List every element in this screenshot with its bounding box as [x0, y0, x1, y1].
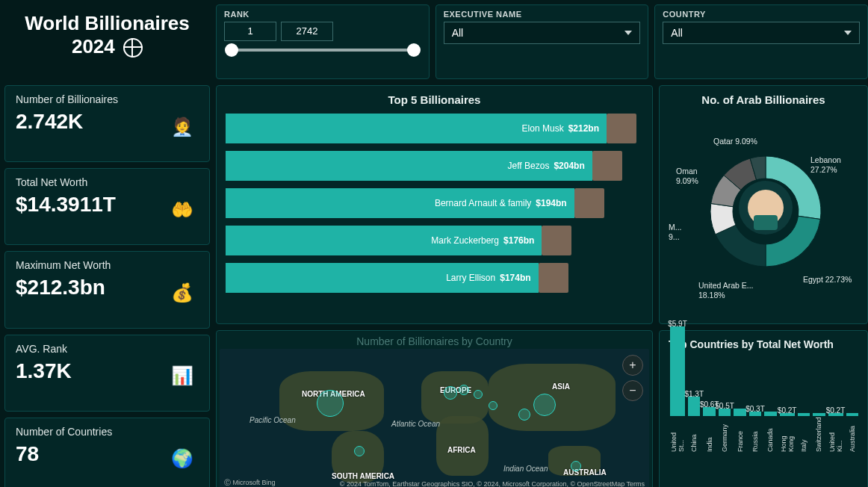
zoom-in-button[interactable]: + — [622, 355, 643, 376]
map-panel[interactable]: Number of Billionaires by Country NORTH … — [216, 330, 653, 487]
continent-label: AFRICA — [447, 446, 476, 454]
kpi-label: Total Net Worth — [16, 176, 199, 188]
column-fill — [734, 409, 745, 416]
column-category: Russia — [751, 419, 759, 452]
executive-dropdown[interactable]: All — [444, 22, 641, 44]
column-bar[interactable]: $5.9T United St... — [670, 326, 685, 452]
donut-slice-label: Oman9.09% — [676, 167, 698, 185]
kpi-label: AVG. Rank — [16, 343, 199, 355]
rank-min-input[interactable]: 1 — [224, 22, 276, 41]
map-attribution-left: Ⓒ Microsoft Bing — [224, 478, 276, 487]
donut-slice-label: United Arab E...18.18% — [698, 281, 754, 300]
column-fill — [670, 326, 685, 416]
map-attribution-right: © 2024 TomTom, Earthstar Geographics SIO… — [340, 480, 645, 487]
rank-label: RANK — [224, 10, 421, 19]
rank-slider[interactable] — [232, 49, 414, 52]
country-value: All — [671, 27, 683, 39]
kpi-card[interactable]: Number of Billionaires 2.742K 🧑‍💼 — [4, 85, 210, 162]
kpi-card[interactable]: Maximum Net Worth $212.3bn 💰 — [4, 251, 210, 328]
continent-label: ASIA — [552, 382, 570, 391]
column-bar[interactable]: $0.2T United Ki... — [828, 413, 843, 452]
top5-bar: Larry Ellison $174bn — [226, 263, 539, 293]
column-bar[interactable]: Italy — [798, 413, 810, 452]
top5-value: $212bn — [568, 123, 599, 134]
column-category: United St... — [670, 419, 685, 452]
slider-handle-max[interactable] — [407, 43, 421, 57]
column-value-label: $0.2T — [826, 406, 846, 415]
column-bar[interactable]: Australia — [846, 413, 858, 452]
top5-bar-row[interactable]: Bernard Arnault & family $194bn — [226, 188, 643, 218]
column-bar[interactable]: Canada — [764, 412, 776, 452]
money-bag-icon: 💰 — [166, 276, 199, 309]
map-title: Number of Billionaires by Country — [220, 335, 649, 347]
top5-bar-row[interactable]: Larry Ellison $174bn — [226, 263, 643, 293]
column-category: India — [706, 419, 713, 452]
top5-bar-row[interactable]: Jeff Bezos $204bn — [226, 151, 643, 181]
top5-value: $204bn — [554, 161, 584, 171]
column-bar[interactable]: $0.6T India — [703, 407, 715, 452]
top5-value: $174bn — [500, 273, 530, 283]
column-category: Switzerland — [815, 419, 822, 452]
column-bar[interactable]: $1.3T China — [688, 397, 700, 452]
executive-filter: EXECUTIVE NAME All — [435, 4, 649, 79]
donut-center-icon — [739, 181, 793, 235]
avatar — [539, 263, 568, 293]
zoom-out-button[interactable]: − — [622, 380, 643, 401]
title-text: World Billionaires 2024 — [25, 12, 190, 58]
top5-value: $176bn — [503, 235, 534, 246]
top5-bar-row[interactable]: Mark Zuckerberg $176bn — [226, 226, 643, 255]
kpi-card[interactable]: Total Net Worth $14.3911T 🤲 — [4, 168, 210, 245]
country-columns-chart[interactable]: Top Countries by Total Net Worth $5.9T U… — [659, 330, 868, 487]
top5-bar: Bernard Arnault & family $194bn — [226, 188, 574, 218]
top5-bar-row[interactable]: Elon Musk $212bn — [226, 114, 643, 143]
world-map[interactable]: NORTH AMERICA SOUTH AMERICA EUROPE AFRIC… — [220, 349, 649, 487]
ocean-label: Atlantic Ocean — [391, 420, 440, 428]
executive-value: All — [452, 27, 464, 39]
donut-slice-label: Lebanon27.27% — [810, 155, 841, 174]
avatar — [542, 226, 571, 255]
top5-chart[interactable]: Top 5 Billionaires Elon Musk $212bn Jeff… — [216, 85, 653, 324]
column-category: Italy — [800, 419, 807, 452]
columns-title: Top Countries by Total Net Worth — [669, 338, 858, 350]
column-category: Hong Kong — [780, 419, 795, 452]
country-label: COUNTRY — [663, 10, 860, 19]
column-bar[interactable]: $0.2T Hong Kong — [780, 413, 795, 452]
country-dropdown[interactable]: All — [663, 22, 860, 44]
column-bar[interactable]: France — [734, 409, 745, 452]
column-bar[interactable]: $0.5T Germany — [719, 409, 731, 452]
donut-title: No. of Arab Billionaires — [669, 93, 858, 106]
column-bar[interactable]: $0.3T Russia — [749, 412, 761, 452]
ocean-label: Indian Ocean — [503, 465, 548, 473]
kpi-label: Number of Billionaires — [16, 93, 199, 105]
avatar — [592, 151, 622, 181]
top5-name: Bernard Arnault & family — [435, 198, 531, 208]
column-fill — [813, 413, 825, 416]
column-fill — [764, 412, 776, 416]
kpi-card[interactable]: AVG. Rank 1.37K 📊 — [4, 335, 210, 412]
filter-bar: RANK 1 2742 EXECUTIVE NAME All COUNTRY A… — [216, 4, 868, 79]
column-category: China — [690, 419, 698, 452]
top5-name: Larry Ellison — [446, 273, 495, 283]
donut-slice-label: Qatar 9.09% — [713, 137, 757, 146]
top5-name: Jeff Bezos — [508, 161, 550, 171]
arab-donut-chart[interactable]: No. of Arab Billionaires Lebanon27.27%Eg… — [659, 85, 868, 324]
top5-bar: Mark Zuckerberg $176bn — [226, 226, 542, 255]
column-fill — [688, 397, 700, 416]
kpi-column: Number of Billionaires 2.742K 🧑‍💼Total N… — [4, 85, 210, 487]
column-bar[interactable]: Switzerland — [813, 413, 825, 452]
kpi-card[interactable]: Number of Countries 78 🌍 — [4, 418, 210, 487]
ranking-icon: 📊 — [166, 360, 199, 393]
continent-label: AUSTRALIA — [563, 468, 607, 477]
globe-pins-icon: 🌍 — [166, 443, 199, 476]
top5-bar: Jeff Bezos $204bn — [226, 151, 592, 181]
column-value-label: $5.9T — [668, 320, 687, 328]
avatar — [607, 114, 636, 143]
donut-slice-label: Egypt 22.73% — [803, 275, 852, 285]
top5-title: Top 5 Billionaires — [226, 93, 643, 106]
ocean-label: Pacific Ocean — [249, 416, 296, 424]
rank-max-input[interactable]: 2742 — [281, 22, 333, 41]
country-filter: COUNTRY All — [654, 4, 868, 79]
continent-label: SOUTH AMERICA — [332, 472, 394, 480]
top5-name: Elon Musk — [522, 123, 564, 134]
slider-handle-min[interactable] — [225, 43, 238, 57]
